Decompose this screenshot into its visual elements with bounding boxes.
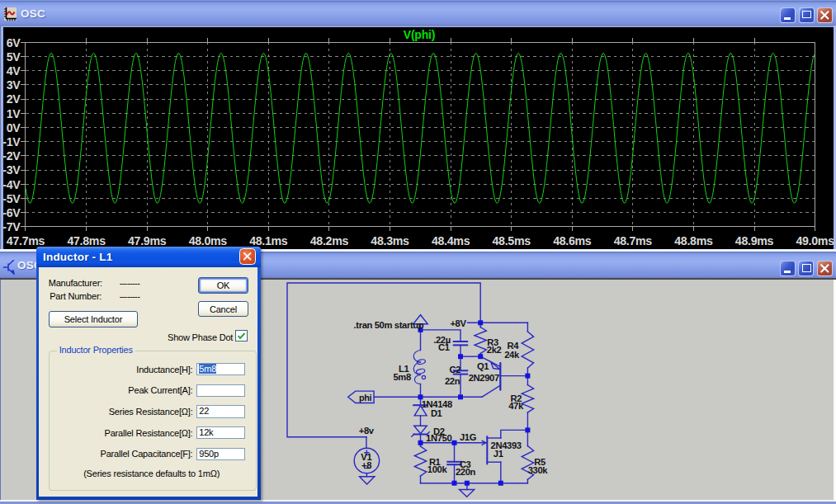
svg-text:48.0ms: 48.0ms xyxy=(189,234,228,247)
svg-text:48.8ms: 48.8ms xyxy=(674,234,713,247)
svg-text:-7V: -7V xyxy=(3,220,21,233)
svg-text:2N2907: 2N2907 xyxy=(469,373,499,383)
svg-text:-6V: -6V xyxy=(3,206,21,219)
svg-text:4V: 4V xyxy=(7,64,21,78)
svg-text:-2V: -2V xyxy=(3,149,21,163)
svg-text:J1G: J1G xyxy=(460,432,477,442)
svg-text:phi: phi xyxy=(359,393,371,403)
svg-text:48.2ms: 48.2ms xyxy=(310,234,349,247)
svg-text:-3V: -3V xyxy=(3,163,21,177)
svg-text:V(phi): V(phi) xyxy=(404,28,435,41)
svg-text:220n: 220n xyxy=(456,467,476,477)
svg-text:5m8: 5m8 xyxy=(394,372,411,382)
svg-text:330k: 330k xyxy=(528,465,549,475)
svg-text:1V: 1V xyxy=(7,107,21,120)
svg-text:24k: 24k xyxy=(504,350,520,360)
svg-text:48.9ms: 48.9ms xyxy=(735,234,774,247)
svg-text:5V: 5V xyxy=(7,50,21,64)
svg-text:22n: 22n xyxy=(445,376,461,386)
svg-text:47k: 47k xyxy=(508,401,524,411)
svg-text:1N4148: 1N4148 xyxy=(422,399,452,409)
svg-text:3V: 3V xyxy=(7,78,21,92)
svg-text:100k: 100k xyxy=(427,464,448,474)
svg-text:48.4ms: 48.4ms xyxy=(432,234,470,247)
svg-text:47.7ms: 47.7ms xyxy=(7,234,45,247)
svg-text:+8: +8 xyxy=(361,460,371,470)
svg-text:D1: D1 xyxy=(431,408,442,418)
svg-text:48.6ms: 48.6ms xyxy=(553,234,592,247)
svg-text:48.3ms: 48.3ms xyxy=(371,234,409,247)
svg-text:C1: C1 xyxy=(438,342,450,352)
svg-text:2V: 2V xyxy=(7,92,21,106)
svg-text:J1: J1 xyxy=(494,449,503,459)
svg-text:-4V: -4V xyxy=(3,178,21,191)
svg-text:+8V: +8V xyxy=(450,318,466,328)
svg-text:2k2: 2k2 xyxy=(487,345,502,355)
svg-text:-1V: -1V xyxy=(3,135,21,148)
svg-text:0V: 0V xyxy=(7,121,21,134)
svg-text:47.8ms: 47.8ms xyxy=(67,234,106,247)
svg-text:Q1: Q1 xyxy=(477,361,489,371)
svg-text:47.9ms: 47.9ms xyxy=(128,234,167,247)
svg-text:48.7ms: 48.7ms xyxy=(614,234,653,247)
svg-text:-5V: -5V xyxy=(3,192,21,205)
svg-text:.tran 50m startup: .tran 50m startup xyxy=(354,320,424,330)
svg-text:1N750: 1N750 xyxy=(426,433,451,443)
svg-text:6V: 6V xyxy=(7,36,21,49)
svg-text:C2: C2 xyxy=(450,365,461,374)
svg-text:48.1ms: 48.1ms xyxy=(249,234,288,247)
svg-text:48.5ms: 48.5ms xyxy=(493,234,531,247)
svg-text:49.0ms: 49.0ms xyxy=(796,234,834,247)
svg-text:+8v: +8v xyxy=(359,426,375,436)
